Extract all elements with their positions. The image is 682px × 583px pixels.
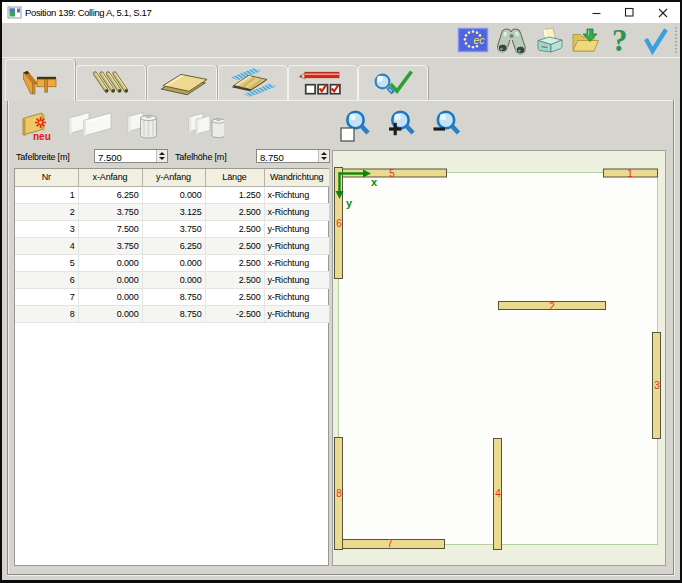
svg-text:8: 8	[336, 488, 342, 499]
svg-text:?: ?	[612, 26, 628, 57]
svg-text:1: 1	[627, 168, 633, 179]
svg-text:3: 3	[654, 380, 660, 391]
svg-text:6: 6	[336, 218, 342, 229]
svg-text:7: 7	[387, 538, 393, 549]
svg-text:neu: neu	[33, 131, 51, 142]
svg-text:2: 2	[549, 301, 555, 312]
svg-text:y: y	[346, 197, 353, 209]
svg-text:4: 4	[495, 488, 501, 499]
svg-text:x: x	[371, 176, 378, 188]
svg-text:ec: ec	[474, 34, 486, 46]
svg-text:5: 5	[389, 168, 395, 179]
